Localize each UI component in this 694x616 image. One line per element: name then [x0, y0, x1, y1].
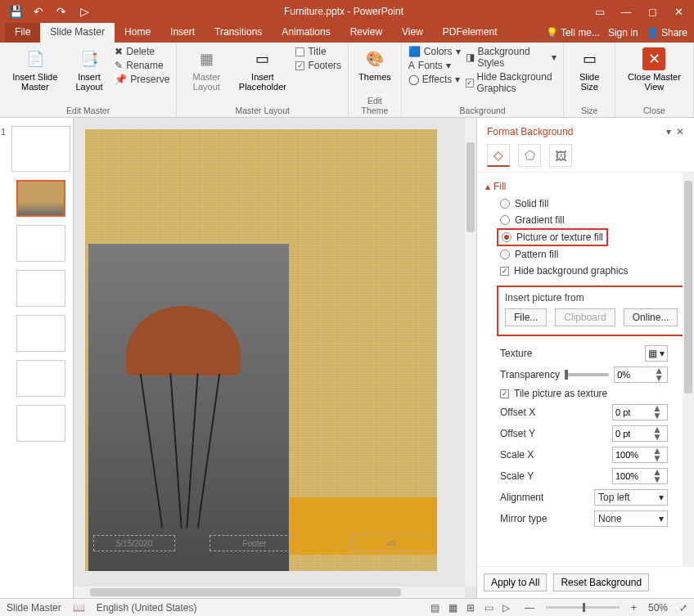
slidesorter-view-icon[interactable]: ⊞	[463, 602, 478, 614]
fonts-button[interactable]: AFonts ▾	[408, 60, 461, 71]
sign-in[interactable]: Sign in	[608, 27, 638, 38]
reset-background-button[interactable]: Reset Background	[553, 573, 649, 591]
canvas-area[interactable]: 5/15/2020 Footer ‹#›	[74, 118, 476, 598]
hide-bg-graphics-checkbox[interactable]: ✓Hide background graphics	[485, 263, 686, 279]
mirror-combo[interactable]: None▾	[594, 510, 668, 527]
group-label: Close	[622, 104, 687, 115]
horizontal-scrollbar[interactable]	[74, 587, 465, 598]
slide-number-placeholder[interactable]: ‹#›	[352, 535, 430, 551]
ribbon: 📄Insert Slide Master 📑Insert Layout ✖Del…	[0, 43, 694, 118]
preserve-button[interactable]: 📌Preserve	[115, 74, 169, 85]
insert-placeholder-button[interactable]: ▭Insert Placeholder	[234, 46, 291, 104]
chevron-down-icon: ▾	[659, 492, 664, 503]
group-edit-theme: 🎨Themes Edit Theme	[349, 43, 402, 117]
transparency-field: Transparency ▲▼	[485, 364, 686, 385]
tab-slide-master[interactable]: Slide Master	[40, 23, 115, 43]
texture-field: Texture ▦ ▾	[485, 343, 686, 364]
slide-size-button[interactable]: ▭Slide Size	[570, 46, 607, 104]
solid-fill-radio[interactable]: Solid fill	[485, 196, 686, 212]
pattern-fill-radio[interactable]: Pattern fill	[485, 246, 686, 263]
effects-tab-icon[interactable]: ⬠	[518, 144, 541, 167]
vertical-scrollbar[interactable]	[465, 118, 476, 587]
delete-button[interactable]: ✖Delete	[115, 46, 169, 57]
zoom-in-icon[interactable]: +	[631, 602, 637, 614]
fit-to-window-icon[interactable]: ⤢	[679, 602, 687, 614]
file-button[interactable]: File...	[505, 308, 547, 326]
start-from-beginning-icon[interactable]: ▷	[75, 2, 93, 20]
background-styles-button[interactable]: ◨Background Styles ▾	[466, 46, 557, 69]
apply-to-all-button[interactable]: Apply to All	[484, 573, 547, 591]
group-master-layout: ▦Master Layout ▭Insert Placeholder Title…	[177, 43, 349, 117]
effects-button[interactable]: ◯Effects ▾	[408, 74, 461, 85]
tab-pdfelement[interactable]: PDFelement	[433, 23, 507, 43]
insert-slide-master-button[interactable]: 📄Insert Slide Master	[7, 46, 64, 104]
minimize-icon[interactable]: —	[614, 2, 638, 20]
format-background-pane: Format Background ▾✕ ◇ ⬠ 🖼 ▴ Fill Solid …	[476, 118, 694, 598]
picture-fill-radio[interactable]: Picture or texture fill	[497, 228, 608, 246]
redo-icon[interactable]: ↷	[52, 2, 70, 20]
colors-button[interactable]: 🟦Colors ▾	[408, 46, 461, 57]
alignment-combo[interactable]: Top left▾	[594, 489, 668, 506]
tab-file[interactable]: File	[5, 23, 40, 43]
layout-thumb[interactable]	[16, 315, 65, 352]
master-thumb[interactable]: 1	[11, 126, 70, 172]
thumbnail-panel[interactable]: 1	[0, 118, 74, 598]
spin-down-icon[interactable]: ▼	[652, 375, 665, 382]
tab-view[interactable]: View	[392, 23, 433, 43]
maximize-icon[interactable]: ◻	[640, 2, 665, 20]
transparency-slider[interactable]	[565, 373, 609, 376]
zoom-slider[interactable]	[546, 606, 620, 609]
close-window-icon[interactable]: ✕	[666, 2, 691, 20]
undo-icon[interactable]: ↶	[29, 2, 47, 20]
transparency-input[interactable]: ▲▼	[614, 366, 668, 383]
pane-scrollbar[interactable]	[683, 173, 694, 566]
photo-placeholder[interactable]	[88, 244, 289, 571]
slide-canvas[interactable]: 5/15/2020 Footer ‹#›	[85, 129, 437, 571]
close-master-view-button[interactable]: ✕Close Master View	[622, 46, 687, 104]
zoom-value[interactable]: 50%	[648, 602, 668, 614]
reading-view-icon[interactable]: ▭	[481, 602, 497, 614]
gradient-fill-radio[interactable]: Gradient fill	[485, 212, 686, 228]
scale-x-input[interactable]: ▲▼	[612, 447, 668, 463]
tell-me[interactable]: 💡 Tell me...	[546, 27, 600, 38]
spellcheck-icon[interactable]: 📖	[73, 602, 85, 614]
picture-tab-icon[interactable]: 🖼	[549, 144, 572, 167]
tile-picture-checkbox[interactable]: ✓Tile picture as texture	[485, 385, 686, 402]
footer-placeholder[interactable]: Footer	[210, 535, 300, 551]
insert-layout-button[interactable]: 📑Insert Layout	[69, 46, 110, 104]
slideshow-view-icon[interactable]: ▷	[499, 602, 513, 614]
layout-thumb[interactable]	[16, 405, 65, 442]
fonts-icon: A	[408, 60, 415, 71]
themes-button[interactable]: 🎨Themes	[355, 46, 394, 94]
texture-picker[interactable]: ▦ ▾	[645, 345, 668, 362]
pane-close-icon[interactable]: ✕	[676, 126, 684, 137]
tab-home[interactable]: Home	[115, 23, 160, 43]
share-button[interactable]: 👤 Share	[647, 27, 687, 38]
hide-bg-graphics-checkbox[interactable]: ✓Hide Background Graphics	[466, 71, 557, 94]
pane-options-icon[interactable]: ▾	[666, 126, 671, 137]
tab-review[interactable]: Review	[340, 23, 392, 43]
layout-thumb[interactable]	[16, 360, 65, 397]
normal-view-icon[interactable]: ▦	[445, 602, 461, 614]
notes-icon[interactable]: ▤	[427, 602, 443, 614]
scale-y-input[interactable]: ▲▼	[612, 468, 668, 484]
date-placeholder[interactable]: 5/15/2020	[93, 535, 175, 551]
zoom-out-icon[interactable]: —	[525, 602, 534, 614]
layout-thumb[interactable]	[16, 225, 65, 262]
tab-insert[interactable]: Insert	[160, 23, 205, 43]
footers-checkbox[interactable]: ✓Footers	[295, 60, 341, 71]
offset-y-input[interactable]: ▲▼	[612, 425, 668, 442]
offset-x-input[interactable]: ▲▼	[612, 404, 668, 420]
tab-transitions[interactable]: Transitions	[205, 23, 272, 43]
rename-button[interactable]: ✎Rename	[115, 60, 169, 71]
tab-animations[interactable]: Animations	[272, 23, 340, 43]
fill-tab-icon[interactable]: ◇	[487, 144, 510, 167]
online-button[interactable]: Online...	[624, 308, 678, 326]
save-icon[interactable]: 💾	[7, 2, 25, 20]
fill-section-header[interactable]: ▴ Fill	[485, 178, 686, 196]
title-checkbox[interactable]: Title	[295, 46, 341, 57]
layout-thumb[interactable]	[16, 270, 65, 307]
ribbon-options-icon[interactable]: ▭	[588, 2, 612, 20]
layout-thumb[interactable]	[16, 180, 65, 217]
status-language[interactable]: English (United States)	[97, 602, 197, 614]
